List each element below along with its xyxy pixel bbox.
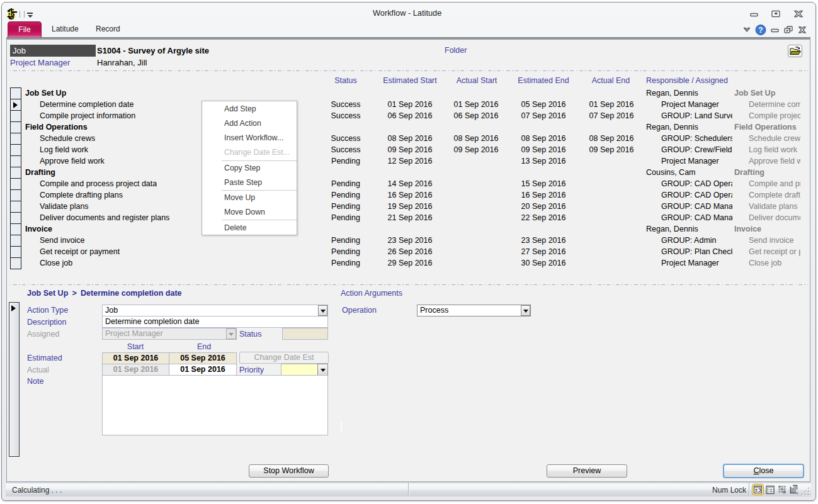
svg-text:?: ? <box>758 26 763 35</box>
